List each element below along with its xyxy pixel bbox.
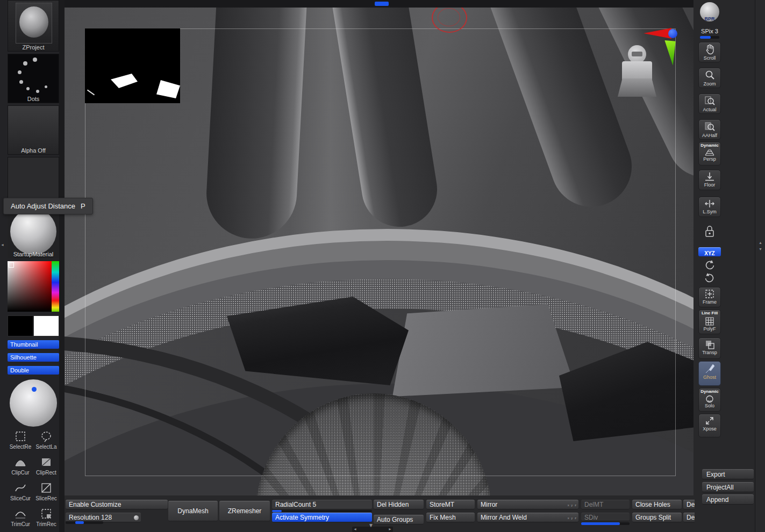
dynamesh-button[interactable]: DynaMesh: [168, 501, 218, 521]
tool-label: Dots: [8, 96, 59, 102]
brush-slice-rect[interactable]: SliceRec: [34, 481, 59, 501]
de-button-top[interactable]: De: [683, 500, 695, 509]
button-label: ZRemesher: [228, 507, 262, 515]
transp-button[interactable]: Transp: [698, 337, 721, 359]
rail-up-arrow-icon[interactable]: ▲: [755, 241, 765, 245]
hscroll-right-icon[interactable]: ►: [388, 527, 392, 531]
brush-trim-rect[interactable]: TrimRec: [34, 507, 59, 527]
button-label: Solo: [699, 403, 720, 408]
persp-button[interactable]: Dynamic Persp: [698, 142, 721, 166]
color-picker[interactable]: [8, 261, 52, 312]
swatch-main-black[interactable]: [8, 315, 33, 336]
actual-button[interactable]: Actual: [698, 94, 721, 114]
brush-clip-rect[interactable]: ClipRect: [34, 456, 59, 476]
brush-select-lasso[interactable]: SelectLa: [34, 430, 59, 450]
toggle-label: Silhouette: [10, 354, 37, 361]
hue-strip[interactable]: [52, 261, 59, 312]
rotate-axis-icon[interactable]: [698, 259, 721, 271]
solo-button[interactable]: Dynamic Solo: [698, 388, 721, 412]
spix-slider[interactable]: [700, 36, 719, 39]
frame-button[interactable]: Frame: [698, 287, 721, 307]
gizmo-axis-z-ball[interactable]: [668, 29, 677, 38]
silhouette-toggle[interactable]: Silhouette: [8, 353, 59, 362]
button-label: Groups Split: [635, 514, 671, 521]
enable-customize-button[interactable]: Enable Customize: [66, 500, 168, 509]
resolution-mini-slider[interactable]: [66, 521, 103, 524]
right-edge-rail[interactable]: ▲ ▼: [755, 0, 765, 532]
radial-count-slider[interactable]: RadialCount 5: [272, 500, 372, 509]
aahalf-icon: [704, 121, 715, 133]
button-label: Transp: [699, 350, 720, 355]
button-label: Activate Symmetry: [275, 514, 329, 521]
lsym-button[interactable]: L.Sym: [698, 197, 721, 217]
resolution-knob[interactable]: [134, 515, 139, 520]
gizmo-axis-x-arrow[interactable]: [644, 28, 671, 39]
dynamic-label: Dynamic: [699, 389, 720, 394]
dynamic-label: Dynamic: [699, 143, 720, 148]
ghost-button[interactable]: Ghost: [698, 361, 721, 386]
hscroll-left-icon[interactable]: ◄: [353, 527, 357, 531]
bottom-bar: Enable Customize Resolution 128 DynaMesh…: [65, 495, 695, 532]
rail-down-arrow-icon[interactable]: ▼: [755, 247, 765, 251]
activate-symmetry-button[interactable]: Activate Symmetry: [272, 513, 372, 522]
zremesher-button[interactable]: ZRemesher: [219, 501, 270, 521]
rotate-axis-alt-icon[interactable]: [698, 272, 721, 284]
left-edge-arrow-icon[interactable]: ◄: [1, 243, 4, 247]
append-button[interactable]: Append: [702, 494, 754, 505]
tool-stroke-dots[interactable]: Dots: [8, 54, 59, 103]
xyz-button[interactable]: XYZ: [698, 247, 721, 256]
radial-count-track[interactable]: [272, 510, 372, 512]
canvas-h-scrollbar[interactable]: ◄ ► ▼: [352, 527, 393, 532]
polyf-button[interactable]: Line Fill PolyF: [698, 310, 721, 334]
gizmo-rocket-skirt: [618, 78, 656, 97]
brush-clip-curve[interactable]: ClipCur: [8, 456, 33, 476]
floor-button[interactable]: Floor: [698, 170, 721, 190]
sidebar-gutter: [59, 0, 65, 532]
top-scrollbar-handle[interactable]: [375, 2, 389, 6]
swatch-secondary-white[interactable]: [33, 315, 59, 336]
brush-label: ClipCur: [8, 470, 33, 476]
mirror-button[interactable]: Mirror x y z: [477, 500, 578, 509]
close-holes-button[interactable]: Close Holes: [632, 500, 682, 509]
button-label: Zoom: [699, 81, 720, 87]
xpose-button[interactable]: Xpose: [698, 414, 721, 437]
double-toggle[interactable]: Double: [8, 366, 59, 375]
tool-zproject[interactable]: ZProject: [8, 0, 59, 52]
del-hidden-button[interactable]: Del Hidden: [374, 500, 424, 509]
project-all-button[interactable]: ProjectAll: [702, 482, 754, 492]
magnifier-icon: [704, 69, 715, 81]
tool-material[interactable]: StartupMaterial: [8, 209, 59, 258]
export-button[interactable]: Export: [702, 469, 754, 479]
pivot-lock-icon[interactable]: [698, 224, 721, 242]
auto-groups-button[interactable]: Auto Groups: [374, 515, 424, 524]
bpr-button[interactable]: BPR: [699, 2, 720, 26]
aahalf-button[interactable]: AAHalf: [698, 119, 721, 140]
thumbnail-sphere-widget[interactable]: [10, 379, 57, 427]
tool-alpha-off[interactable]: Alpha Off: [8, 105, 59, 155]
scroll-button[interactable]: Scroll: [698, 42, 721, 62]
thumbnail-toggle[interactable]: Thumbnail: [8, 340, 59, 349]
dashed-rect-icon: [14, 430, 27, 443]
top-scrollbar[interactable]: [65, 0, 693, 8]
brush-slice-curve[interactable]: SliceCur: [8, 481, 33, 501]
frame-icon: [704, 289, 715, 299]
gizmo-axis-y-cone[interactable]: [664, 39, 678, 66]
brush-select-rect[interactable]: SelectRe: [8, 430, 33, 450]
de-button-bottom[interactable]: De: [683, 513, 695, 522]
slider-label: SDiv: [584, 514, 598, 521]
mirror-and-weld-button[interactable]: Mirror And Weld x y z: [477, 513, 578, 522]
zbrush-app: ZProject Dots Alpha Off Texture Off: [0, 0, 765, 532]
left-shelf: ZProject Dots Alpha Off Texture Off: [0, 0, 65, 532]
sculpt-canvas[interactable]: [65, 8, 693, 495]
nav-gizmo[interactable]: [610, 27, 683, 105]
fix-mesh-button[interactable]: Fix Mesh: [426, 513, 475, 522]
toggle-label: Double: [10, 367, 29, 373]
groups-split-button[interactable]: Groups Split: [632, 513, 682, 522]
sdiv-track[interactable]: [581, 522, 630, 525]
store-mt-button[interactable]: StoreMT: [426, 500, 475, 509]
alpha-preview: [85, 28, 180, 103]
brush-trim-curve[interactable]: TrimCur: [8, 507, 33, 527]
material-sphere-icon: [10, 209, 56, 255]
zoom-button[interactable]: Zoom: [698, 68, 721, 88]
button-label: Actual: [699, 107, 720, 112]
